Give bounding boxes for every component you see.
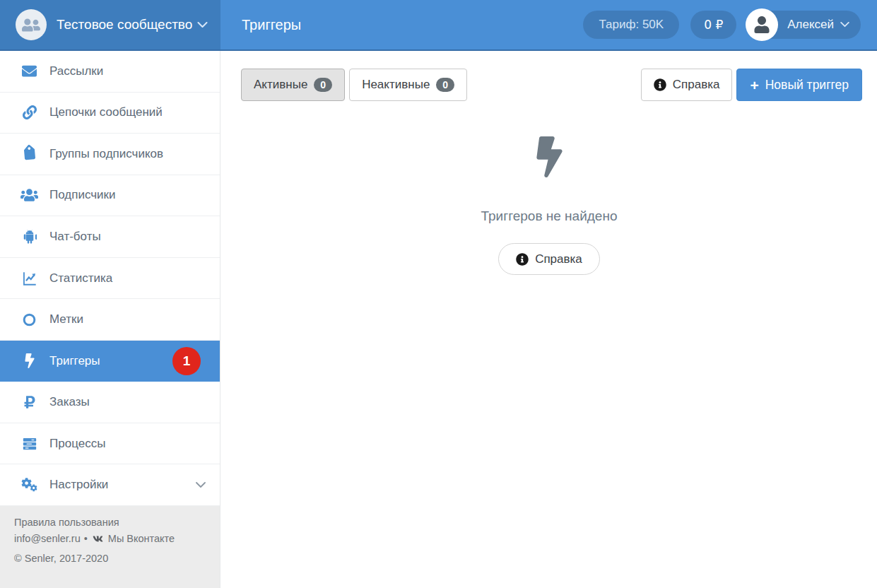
info-icon	[654, 78, 666, 91]
sidebar-item-label: Метки	[49, 312, 83, 327]
empty-state-message: Триггеров не найдено	[481, 208, 618, 224]
header-main: Триггеры Тариф: 50K 0 ₽ Алексей	[220, 0, 877, 49]
tab-active-triggers[interactable]: Активные 0	[241, 69, 345, 101]
sidebar-item-subscribers[interactable]: Подписчики	[0, 175, 220, 217]
tab-count-badge: 0	[314, 78, 332, 92]
robot-icon	[20, 229, 39, 245]
sidebar-item-label: Чат-боты	[49, 230, 101, 244]
bolt-icon	[20, 353, 39, 368]
chevron-down-icon	[840, 22, 849, 28]
sidebar-item-settings[interactable]: Настройки	[0, 464, 220, 506]
chart-line-icon	[20, 271, 39, 286]
trigger-count-badge: 1	[172, 347, 201, 375]
page-title: Триггеры	[242, 17, 301, 33]
vk-link[interactable]: Мы Вконтакте	[108, 533, 175, 544]
balance-value: 0 ₽	[704, 18, 723, 32]
user-menu[interactable]: Алексей	[748, 11, 861, 39]
chevron-down-icon	[196, 482, 206, 488]
terms-link[interactable]: Правила пользования	[14, 517, 119, 528]
tariff-label: Тариф: 50K	[599, 18, 664, 32]
bolt-icon	[536, 136, 563, 180]
help-button-label: Справка	[535, 252, 582, 266]
sidebar-item-label: Триггеры	[49, 354, 100, 368]
sidebar-item-label: Группы подписчиков	[49, 147, 163, 161]
sidebar-item-statistics[interactable]: Статистика	[0, 258, 220, 300]
sidebar-item-chatbots[interactable]: Чат-боты	[0, 216, 220, 258]
sidebar-item-orders[interactable]: Заказы	[0, 382, 220, 423]
user-avatar	[746, 8, 778, 41]
copyright: © Senler, 2017-2020	[14, 553, 206, 564]
vk-icon	[91, 534, 105, 543]
new-trigger-button[interactable]: + Новый триггер	[736, 69, 862, 101]
balance-badge[interactable]: 0 ₽	[690, 11, 736, 39]
sidebar-item-label: Цепочки сообщений	[49, 105, 163, 119]
tariff-badge[interactable]: Тариф: 50K	[583, 11, 679, 39]
community-avatar	[16, 9, 47, 40]
community-name: Тестовое сообщество	[57, 17, 197, 33]
sidebar-item-processes[interactable]: Процессы	[0, 423, 220, 465]
empty-state-help-button[interactable]: Справка	[498, 243, 600, 275]
help-button-label: Справка	[673, 78, 720, 92]
separator-dot: •	[84, 533, 88, 544]
plus-icon: +	[750, 78, 758, 93]
ruble-icon	[20, 395, 39, 409]
sidebar-item-label: Рассылки	[49, 64, 103, 78]
toolbar: Активные 0 Неактивные 0 Справка + Новый …	[221, 51, 877, 101]
gears-icon	[20, 478, 39, 492]
sidebar-item-label: Статистика	[49, 271, 112, 286]
info-icon	[516, 253, 529, 266]
sidebar-item-label: Процессы	[49, 437, 105, 451]
tab-label: Активные	[254, 78, 307, 92]
empty-state: Триггеров не найдено Справка	[221, 136, 877, 275]
header-controls: Тариф: 50K 0 ₽ Алексей	[583, 11, 861, 39]
tab-count-badge: 0	[436, 78, 454, 92]
toolbar-actions: Справка + Новый триггер	[641, 69, 862, 101]
chain-icon	[20, 105, 39, 119]
sidebar-item-label: Настройки	[49, 478, 108, 492]
user-friends-icon	[22, 18, 40, 33]
sidebar: Рассылки Цепочки сообщений Группы подпис…	[0, 51, 220, 588]
tag-icon	[20, 147, 39, 161]
sidebar-item-label: Подписчики	[49, 188, 116, 202]
sidebar-item-triggers[interactable]: Триггеры 1	[0, 341, 220, 382]
users-icon	[20, 188, 39, 202]
sidebar-item-label: Заказы	[49, 395, 90, 409]
stack-icon	[20, 436, 39, 452]
circle-icon	[20, 312, 39, 327]
tab-label: Неактивные	[362, 78, 430, 92]
trigger-tabs: Активные 0 Неактивные 0	[241, 69, 467, 101]
email-link[interactable]: info@senler.ru	[14, 533, 81, 544]
sidebar-footer: Правила пользования info@senler.ru • Мы …	[0, 506, 220, 588]
sidebar-item-tags[interactable]: Метки	[0, 299, 220, 341]
main-content: Активные 0 Неактивные 0 Справка + Новый …	[221, 51, 877, 588]
envelope-icon	[20, 64, 39, 78]
new-trigger-label: Новый триггер	[765, 78, 849, 93]
sidebar-item-message-chains[interactable]: Цепочки сообщений	[0, 93, 220, 134]
chevron-down-icon	[197, 22, 208, 28]
sidebar-item-subscriber-groups[interactable]: Группы подписчиков	[0, 134, 220, 175]
sidebar-nav: Рассылки Цепочки сообщений Группы подпис…	[0, 51, 220, 506]
help-button[interactable]: Справка	[641, 69, 733, 101]
user-name: Алексей	[787, 18, 834, 32]
user-icon	[753, 16, 770, 33]
tab-inactive-triggers[interactable]: Неактивные 0	[349, 69, 467, 101]
top-bar: Тестовое сообщество Триггеры Тариф: 50K …	[0, 0, 877, 51]
sidebar-item-mailings[interactable]: Рассылки	[0, 51, 220, 93]
community-switcher[interactable]: Тестовое сообщество	[0, 0, 220, 49]
